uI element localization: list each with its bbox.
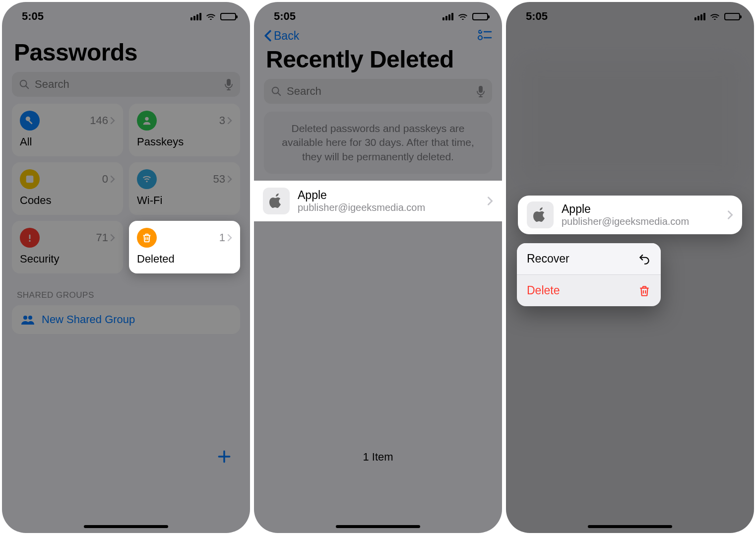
key-icon (20, 111, 40, 131)
codes-icon (20, 169, 40, 189)
search-input[interactable] (35, 78, 219, 91)
wifi-icon (709, 12, 720, 20)
panel-recently-deleted: 5:05 Back Recently Deleted Deleted passw… (254, 2, 502, 533)
page-title: Recently Deleted (254, 43, 502, 79)
status-time: 5:05 (526, 10, 548, 23)
new-shared-group-label: New Shared Group (42, 313, 135, 326)
sort-button[interactable] (477, 29, 492, 43)
alert-icon (20, 228, 40, 248)
search-input[interactable] (287, 85, 471, 98)
svg-point-10 (23, 316, 27, 320)
status-time: 5:05 (22, 10, 44, 23)
chevron-right-icon (227, 234, 232, 242)
item-detail: publisher@igeeksmedia.com (562, 216, 719, 227)
status-bar: 5:05 (506, 2, 754, 27)
tile-passkeys-count: 3 (219, 114, 232, 127)
chevron-left-icon (264, 30, 272, 42)
tile-deleted-label: Deleted (137, 253, 232, 266)
home-indicator[interactable] (84, 525, 168, 528)
chevron-right-icon (110, 175, 115, 183)
page-title: Passwords (2, 27, 250, 72)
sort-icon (477, 29, 492, 41)
svg-point-14 (478, 36, 482, 40)
nav-bar: Back (254, 27, 502, 43)
info-banner: Deleted passwords and passkeys are avail… (264, 112, 492, 174)
tile-all[interactable]: 146 All (12, 104, 123, 156)
tile-passkeys[interactable]: 3 Passkeys (129, 104, 240, 156)
mic-icon[interactable] (224, 78, 233, 90)
battery-icon (724, 13, 740, 20)
category-tiles: 146 All 3 Passkeys (2, 97, 250, 278)
svg-rect-6 (26, 176, 34, 183)
menu-recover-label: Recover (527, 252, 569, 266)
home-indicator[interactable] (336, 525, 420, 528)
home-indicator[interactable] (588, 525, 672, 528)
status-right (190, 12, 236, 20)
apple-icon (527, 201, 554, 228)
svg-line-17 (278, 93, 281, 96)
trash-icon (137, 228, 157, 248)
status-right (442, 12, 488, 20)
tile-wifi[interactable]: 53 Wi-Fi (129, 162, 240, 215)
tile-security[interactable]: 71 Security (12, 221, 123, 273)
tile-codes-count: 0 (102, 173, 115, 186)
apple-icon (263, 188, 290, 214)
tile-deleted[interactable]: 1 Deleted (129, 221, 240, 273)
plus-icon (216, 449, 232, 465)
status-bar: 5:05 (2, 2, 250, 27)
item-detail: publisher@igeeksmedia.com (298, 202, 479, 213)
wifi-icon (205, 12, 216, 20)
battery-icon (220, 13, 236, 20)
menu-delete-label: Delete (527, 284, 560, 297)
new-shared-group-row[interactable]: New Shared Group (12, 305, 240, 334)
svg-point-5 (145, 117, 148, 121)
panel-passwords-home: 5:05 Passwords 146 All (2, 2, 250, 533)
tile-security-count: 71 (96, 231, 115, 244)
svg-line-1 (26, 86, 29, 89)
cellular-icon (694, 13, 705, 20)
chevron-right-icon (110, 117, 115, 125)
search-field[interactable] (12, 72, 240, 97)
tile-wifi-label: Wi-Fi (137, 194, 232, 207)
back-button[interactable]: Back (264, 29, 299, 43)
menu-delete[interactable]: Delete (517, 275, 661, 306)
wifi-circle-icon (137, 169, 157, 189)
battery-icon (472, 13, 488, 20)
shared-groups-header: SHARED GROUPS (2, 278, 250, 303)
status-right (694, 12, 740, 20)
item-count-footer: 1 Item (254, 451, 502, 464)
svg-point-7 (146, 181, 147, 182)
search-icon (271, 86, 282, 97)
undo-icon (638, 253, 651, 266)
chevron-right-icon (227, 117, 232, 125)
mic-icon[interactable] (476, 85, 485, 97)
tile-deleted-count: 1 (219, 231, 232, 244)
chevron-right-icon (227, 175, 232, 183)
trash-icon (638, 284, 651, 297)
menu-recover[interactable]: Recover (517, 243, 661, 274)
status-time: 5:05 (274, 10, 296, 23)
chevron-right-icon (727, 210, 733, 220)
chevron-right-icon (487, 196, 493, 206)
cellular-icon (190, 13, 201, 20)
svg-rect-18 (479, 86, 483, 93)
people-icon (21, 315, 35, 325)
cellular-icon (442, 13, 453, 20)
panel-context-menu: 5:05 Apple publisher@igeeksmedia.com Rec… (506, 2, 754, 533)
item-name: Apple (298, 189, 479, 202)
add-button[interactable] (212, 445, 236, 468)
tile-passkeys-label: Passkeys (137, 135, 232, 148)
context-menu: Recover Delete (517, 243, 661, 306)
search-icon (19, 79, 30, 90)
svg-point-11 (28, 316, 32, 320)
deleted-item-row[interactable]: Apple publisher@igeeksmedia.com (254, 181, 502, 221)
wifi-icon (457, 12, 468, 20)
search-field[interactable] (264, 79, 492, 104)
tile-all-count: 146 (90, 114, 115, 127)
tile-wifi-count: 53 (213, 173, 232, 186)
svg-rect-8 (29, 235, 31, 239)
context-preview-card[interactable]: Apple publisher@igeeksmedia.com (518, 196, 742, 234)
tile-codes[interactable]: 0 Codes (12, 162, 123, 215)
svg-rect-2 (227, 79, 231, 86)
back-label: Back (274, 29, 299, 43)
